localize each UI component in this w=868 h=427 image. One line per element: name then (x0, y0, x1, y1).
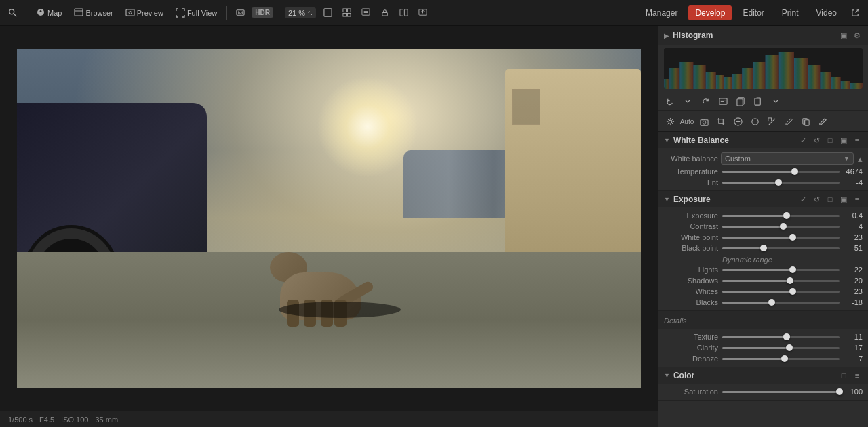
wb-copy-icon[interactable]: □ (825, 136, 835, 144)
preview-nav-btn[interactable]: Preview (121, 6, 167, 20)
exposure-value: 0.4 (844, 211, 863, 220)
eyedropper-icon[interactable]: ▴ (858, 154, 863, 164)
circle-icon[interactable] (747, 114, 762, 129)
clarity-thumb[interactable] (786, 344, 793, 351)
fit-icon[interactable] (320, 5, 335, 20)
zoom-control[interactable]: 21 % (285, 7, 316, 18)
editor-tab[interactable]: Editor (736, 5, 770, 20)
compare-icon[interactable] (396, 5, 411, 20)
exposure-slider[interactable] (722, 215, 840, 217)
crop-icon[interactable] (713, 114, 728, 129)
browser-nav-btn[interactable]: Browser (70, 6, 117, 20)
wb-check-icon[interactable]: ✓ (797, 136, 808, 145)
lights-thumb[interactable] (789, 266, 796, 273)
whites-slider[interactable] (722, 291, 840, 293)
histogram-section-header[interactable]: ▶ Histogram ▣ ⚙ (658, 26, 868, 45)
shadows-thumb[interactable] (787, 277, 793, 284)
info-icon[interactable] (358, 5, 373, 20)
color-copy-icon[interactable]: □ (838, 371, 849, 380)
contrast-thumb[interactable] (780, 223, 787, 230)
dehaze-slider[interactable] (722, 358, 840, 360)
white-point-slider[interactable] (722, 237, 840, 239)
wb-reset-icon[interactable]: ↺ (811, 136, 822, 145)
saturation-thumb[interactable] (836, 388, 843, 395)
dehaze-label: Dehaze (664, 354, 718, 363)
tint-value: -4 (844, 178, 863, 186)
export-external-icon[interactable] (848, 5, 863, 20)
temperature-slider-row: Temperature 4674 (658, 166, 868, 177)
wb-paste-icon[interactable]: ▣ (838, 136, 849, 145)
wb-label: White balance (664, 155, 718, 163)
fullview-nav-btn[interactable]: Full View (172, 6, 221, 20)
copy-icon[interactable] (733, 94, 748, 108)
texture-slider[interactable] (722, 336, 840, 338)
grid-icon[interactable] (339, 5, 354, 20)
exp-menu-icon[interactable]: ≡ (852, 195, 863, 203)
print-tab[interactable]: Print (775, 5, 806, 20)
export-icon[interactable] (415, 5, 430, 20)
photo-container[interactable] (0, 26, 658, 411)
exp-check-icon[interactable]: ✓ (797, 195, 808, 204)
wb-dropdown[interactable]: Custom ▼ (721, 152, 854, 165)
hdr-badge[interactable]: HDR (252, 7, 273, 18)
exposure-thumb[interactable] (783, 212, 790, 219)
brush-icon[interactable] (781, 114, 796, 129)
histogram-icon-2[interactable]: ⚙ (852, 30, 863, 41)
erase-icon[interactable] (815, 114, 830, 129)
copy2-icon[interactable] (798, 114, 813, 129)
blacks-thumb[interactable] (768, 299, 775, 306)
settings-icon[interactable] (663, 114, 677, 129)
video-tab[interactable]: Video (810, 5, 844, 20)
contrast-slider[interactable] (722, 226, 840, 228)
tint-slider[interactable] (722, 182, 840, 184)
dehaze-thumb[interactable] (781, 355, 788, 362)
exposure-header[interactable]: ▼ Exposure ✓ ↺ □ ▣ ≡ (658, 191, 868, 207)
camera-icon[interactable] (696, 114, 711, 129)
white-balance-header[interactable]: ▼ White Balance ✓ ↺ □ ▣ ≡ (658, 132, 868, 148)
white-point-thumb[interactable] (789, 234, 796, 241)
clarity-slider[interactable] (722, 347, 840, 349)
dropdown-icon[interactable] (768, 94, 783, 108)
whites-fill (722, 291, 793, 293)
black-point-slider[interactable] (722, 247, 840, 249)
color-header[interactable]: ▼ Color □ ≡ (658, 367, 868, 384)
blacks-label: Blacks (664, 298, 718, 306)
temperature-thumb[interactable] (791, 168, 798, 175)
exp-reset-icon[interactable]: ↺ (811, 195, 822, 204)
temperature-slider[interactable] (722, 171, 840, 173)
develop-tab[interactable]: Develop (688, 5, 732, 20)
saturation-label: Saturation (664, 388, 718, 396)
auto-btn[interactable]: Auto (679, 114, 694, 129)
whites-label: Whites (664, 287, 718, 296)
redo-btn[interactable] (698, 94, 713, 108)
texture-thumb[interactable] (783, 333, 790, 340)
exp-copy-icon[interactable]: □ (825, 195, 835, 203)
svg-rect-48 (768, 117, 771, 121)
search-icon[interactable] (5, 5, 20, 20)
undo-dropdown-btn[interactable] (680, 94, 695, 108)
color-menu-icon[interactable]: ≡ (852, 371, 863, 380)
paste-icon[interactable] (751, 94, 766, 108)
svg-point-5 (129, 11, 132, 14)
undo-btn[interactable] (663, 94, 677, 108)
tint-thumb[interactable] (775, 179, 782, 186)
lock-icon[interactable] (377, 5, 392, 20)
black-point-thumb[interactable] (760, 245, 767, 251)
exp-paste-icon[interactable]: ▣ (838, 195, 849, 204)
mode-icon[interactable] (233, 5, 248, 20)
manager-tab[interactable]: Manager (639, 5, 684, 20)
blacks-slider[interactable] (722, 302, 840, 304)
saturation-slider[interactable] (722, 391, 840, 393)
wb-menu-icon[interactable]: ≡ (852, 136, 863, 144)
gradient-icon[interactable] (764, 114, 779, 129)
history-icon[interactable] (715, 94, 730, 108)
details-label: Details (664, 314, 687, 325)
healing-icon[interactable] (730, 114, 745, 129)
lights-fill (722, 269, 793, 271)
shadows-slider[interactable] (722, 280, 840, 282)
whites-thumb[interactable] (789, 288, 796, 295)
map-nav-btn[interactable]: Map (32, 6, 66, 20)
histogram-icon-1[interactable]: ▣ (838, 30, 849, 41)
details-body: Texture 11 Clarity 17 (658, 329, 868, 367)
lights-slider[interactable] (722, 269, 840, 271)
